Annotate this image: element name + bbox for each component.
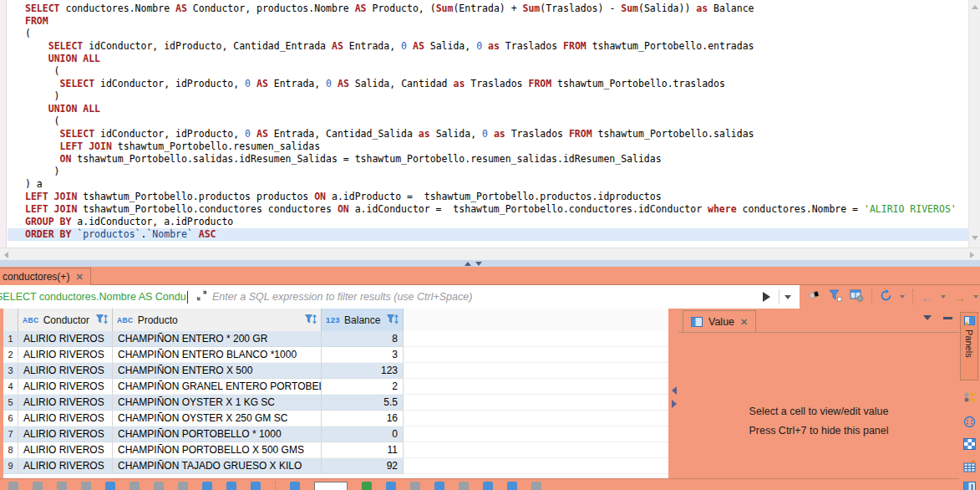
editor-vertical-scrollbar[interactable] xyxy=(968,0,980,248)
row-number-cell[interactable]: 7 xyxy=(3,426,18,442)
code-line[interactable]: ( xyxy=(8,115,968,128)
sql-code[interactable]: SELECT conductores.Nombre AS Conductor, … xyxy=(8,3,968,241)
bottom-toolbar-icon[interactable] xyxy=(459,482,469,490)
apply-filter-button[interactable] xyxy=(763,292,770,302)
bottom-toolbar-icon[interactable] xyxy=(483,482,493,490)
conductor-cell[interactable]: ALIRIO RIVEROS xyxy=(18,379,113,395)
code-line[interactable]: ON tshawtum_Portobello.salidas.idResumen… xyxy=(8,153,968,166)
column-header-producto[interactable]: ABCProducto xyxy=(113,309,322,331)
bottom-toolbar-icon[interactable] xyxy=(81,482,91,490)
balance-cell[interactable]: 11 xyxy=(322,442,404,458)
editor-horizontal-scrollbar[interactable] xyxy=(0,248,980,260)
column-filter-sort-icon[interactable] xyxy=(305,314,317,325)
code-line[interactable]: ( xyxy=(8,65,968,78)
code-line[interactable]: UNION ALL xyxy=(8,103,968,115)
balance-cell[interactable]: 0 xyxy=(322,426,404,442)
conductor-cell[interactable]: ALIRIO RIVEROS xyxy=(18,347,113,363)
code-line[interactable]: SELECT idConductor, idProducto, 0 AS Ent… xyxy=(8,128,968,140)
row-number-cell[interactable]: 8 xyxy=(3,442,18,458)
metadata-panel-icon[interactable] xyxy=(963,391,976,404)
code-line[interactable]: ORDER BY `productos`.`Nombre` ASC xyxy=(8,228,968,241)
conductor-cell[interactable]: ALIRIO RIVEROS xyxy=(18,363,113,379)
nav-forward-icon[interactable]: → xyxy=(953,291,966,304)
row-number-cell[interactable]: 4 xyxy=(3,379,18,395)
code-line[interactable]: UNION ALL xyxy=(8,53,968,65)
bottom-toolbar-icon[interactable] xyxy=(33,482,43,490)
producto-cell[interactable]: CHAMPIÑON ENTERO * 200 GR xyxy=(113,331,322,347)
code-line[interactable]: GROUP BY a.idConductor, a.idProducto xyxy=(8,216,968,228)
producto-cell[interactable]: CHAMPIÑON ENTERO X 500 xyxy=(113,363,322,379)
producto-cell[interactable]: CHAMPIÑON PORTOBELLO * 1000 xyxy=(113,426,322,442)
bottom-toolbar-icon[interactable] xyxy=(290,482,300,490)
panel-menu-icon[interactable] xyxy=(923,315,932,320)
producto-cell[interactable]: CHAMPIÑON TAJADO GRUESO X KILO xyxy=(113,458,322,474)
bottom-toolbar-icon[interactable] xyxy=(105,482,115,490)
conductor-cell[interactable]: ALIRIO RIVEROS xyxy=(18,411,113,426)
balance-cell[interactable]: 92 xyxy=(322,458,404,474)
producto-cell[interactable]: CHAMPIÑON ENTERO BLANCO *1000 xyxy=(113,347,322,363)
conductor-cell[interactable]: ALIRIO RIVEROS xyxy=(18,458,113,474)
row-number-cell[interactable]: 2 xyxy=(3,347,18,363)
bottom-toolbar-icon[interactable] xyxy=(251,482,261,490)
bottom-toolbar-icon[interactable] xyxy=(202,482,212,490)
balance-cell[interactable]: 3 xyxy=(322,347,404,363)
bottom-toolbar-icon[interactable] xyxy=(410,482,420,490)
calc-panel-icon[interactable] xyxy=(963,438,976,451)
code-line[interactable]: FROM xyxy=(8,15,968,28)
row-number-cell[interactable]: 3 xyxy=(3,363,18,379)
scroll-up-icon[interactable] xyxy=(972,5,978,9)
splitter-up-icon[interactable] xyxy=(465,262,471,266)
value-tab-close-icon[interactable]: ✕ xyxy=(740,317,748,328)
scroll-down-icon[interactable] xyxy=(972,236,978,240)
code-line[interactable]: ) a xyxy=(8,178,968,191)
bottom-toolbar-icon[interactable] xyxy=(178,482,188,490)
conductor-cell[interactable]: ALIRIO RIVEROS xyxy=(18,426,113,442)
column-filter-sort-icon[interactable] xyxy=(96,314,108,325)
grouping-panel-icon[interactable] xyxy=(963,416,976,428)
editor-results-splitter[interactable] xyxy=(0,260,980,267)
code-line[interactable]: LEFT JOIN tshawtum_Portobello.conductore… xyxy=(8,203,968,216)
column-header-conductor[interactable]: ABCConductor xyxy=(18,309,113,331)
code-line[interactable]: SELECT conductores.Nombre AS Conductor, … xyxy=(8,3,968,15)
collapse-left-icon[interactable] xyxy=(672,386,677,395)
row-number-cell[interactable]: 6 xyxy=(3,411,18,426)
grid-corner-cell[interactable] xyxy=(3,309,18,331)
splitter-down-icon[interactable] xyxy=(475,262,482,266)
balance-cell[interactable]: 2 xyxy=(322,379,404,395)
code-line[interactable]: ) xyxy=(8,90,968,103)
producto-cell[interactable]: CHAMPIÑON OYSTER X 1 KG SC xyxy=(113,395,322,411)
conductor-cell[interactable]: ALIRIO RIVEROS xyxy=(18,331,113,347)
bottom-toolbar-icon[interactable] xyxy=(57,482,67,490)
code-line[interactable]: ( xyxy=(8,28,968,40)
producto-cell[interactable]: CHAMPIÑON PORTOBELLO X 500 GMS xyxy=(113,442,322,458)
aggregate-panel-icon[interactable] xyxy=(963,460,976,472)
balance-cell[interactable]: 123 xyxy=(322,363,404,379)
bottom-toolbar-icon[interactable] xyxy=(8,482,18,490)
expand-filter-icon[interactable] xyxy=(196,289,207,304)
bottom-toolbar-icon[interactable] xyxy=(362,482,372,490)
scroll-left-icon[interactable] xyxy=(4,252,8,258)
sql-editor[interactable]: SELECT conductores.Nombre AS Conductor, … xyxy=(0,0,980,248)
column-header-balance[interactable]: 123Balance xyxy=(322,309,404,331)
conductor-cell[interactable]: ALIRIO RIVEROS xyxy=(18,442,113,458)
bottom-toolbar-icon[interactable] xyxy=(434,482,444,490)
filter-input[interactable]: SELECT conductores.Nombre AS Condu Enter… xyxy=(0,285,800,309)
grid-settings-icon[interactable] xyxy=(850,289,864,305)
value-panel-tab[interactable]: Value ✕ xyxy=(683,310,756,333)
balance-cell[interactable]: 16 xyxy=(322,411,404,426)
filters-menu-icon[interactable] xyxy=(829,289,842,305)
value-viewer-panel-icon[interactable] xyxy=(963,481,976,490)
scroll-right-icon[interactable] xyxy=(970,252,974,258)
results-tab-conductores[interactable]: conductores(+) ✕ xyxy=(0,268,91,285)
nav-forward-dropdown-icon[interactable] xyxy=(973,295,978,299)
collapse-right-icon[interactable] xyxy=(672,400,677,408)
tab-close-icon[interactable]: ✕ xyxy=(75,272,83,283)
clear-filter-icon[interactable] xyxy=(808,289,821,304)
refresh-dropdown-icon[interactable] xyxy=(900,295,905,299)
column-filter-sort-icon[interactable] xyxy=(387,314,399,325)
code-line[interactable]: SELECT idConductor, idProducto, Cantidad… xyxy=(8,40,968,53)
bottom-toolbar-icon[interactable] xyxy=(154,482,164,490)
bottom-toolbar-icon[interactable] xyxy=(226,482,236,490)
filter-history-dropdown-icon[interactable] xyxy=(785,295,791,299)
fetch-size-input[interactable] xyxy=(314,482,348,490)
